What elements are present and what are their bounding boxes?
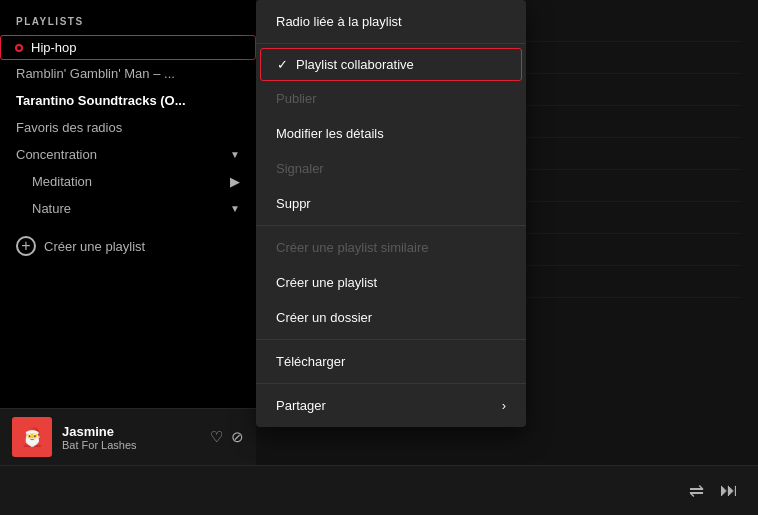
menu-separator-3 (256, 339, 526, 340)
sidebar-item-ramblin[interactable]: Ramblin' Gamblin' Man – ... (0, 60, 256, 87)
menu-similaire-label: Créer une playlist similaire (276, 240, 428, 255)
block-icon[interactable]: ⊘ (231, 428, 244, 446)
menu-item-signaler: Signaler (256, 151, 526, 186)
menu-separator-2 (256, 225, 526, 226)
sidebar: PLAYLISTS Hip-hop Ramblin' Gamblin' Man … (0, 0, 256, 465)
ramblin-label: Ramblin' Gamblin' Man – ... (16, 66, 175, 81)
album-art-emoji: 🎅 (21, 426, 43, 448)
create-playlist-label: Créer une playlist (44, 239, 145, 254)
track-info: Jasmine Bat For Lashes (62, 424, 200, 451)
menu-modifier-label: Modifier les détails (276, 126, 384, 141)
menu-suppr-label: Suppr (276, 196, 311, 211)
menu-item-creer-playlist[interactable]: Créer une playlist (256, 265, 526, 300)
menu-separator-1 (256, 43, 526, 44)
sidebar-item-favoris[interactable]: Favoris des radios (0, 114, 256, 141)
menu-telecharger-label: Télécharger (276, 354, 345, 369)
chevron-down-icon: ▼ (230, 149, 240, 160)
skip-button[interactable]: ⏭ (720, 480, 738, 501)
playlists-section-label: PLAYLISTS (0, 16, 256, 35)
menu-item-partager[interactable]: Partager › (256, 388, 526, 423)
sidebar-item-hip-hop[interactable]: Hip-hop (0, 35, 256, 60)
main-area: PLAYLISTS Hip-hop Ramblin' Gamblin' Man … (0, 0, 758, 465)
sidebar-item-meditation[interactable]: Meditation ▶ (0, 168, 256, 195)
menu-collaborative-label: Playlist collaborative (296, 57, 414, 72)
menu-publier-label: Publier (276, 91, 316, 106)
album-art: 🎅 (12, 417, 52, 457)
dot-icon (15, 44, 23, 52)
menu-item-suppr[interactable]: Suppr (256, 186, 526, 221)
now-playing-bar: 🎅 Jasmine Bat For Lashes ♡ ⊘ (0, 408, 256, 465)
meditation-label: Meditation (32, 174, 92, 189)
track-actions: ♡ ⊘ (210, 428, 244, 446)
menu-radio-label: Radio liée à la playlist (276, 14, 402, 29)
menu-creer-dossier-label: Créer un dossier (276, 310, 372, 325)
shuffle-button[interactable]: ⇌ (689, 480, 704, 502)
app-layout: PLAYLISTS Hip-hop Ramblin' Gamblin' Man … (0, 0, 758, 515)
menu-item-modifier[interactable]: Modifier les détails (256, 116, 526, 151)
menu-item-radio[interactable]: Radio liée à la playlist (256, 4, 526, 39)
hip-hop-label: Hip-hop (31, 40, 77, 55)
check-icon: ✓ (277, 57, 288, 72)
context-menu: Radio liée à la playlist ✓ Playlist coll… (256, 0, 526, 427)
nature-label: Nature (32, 201, 230, 216)
menu-signaler-label: Signaler (276, 161, 324, 176)
track-name: Jasmine (62, 424, 200, 439)
menu-item-creer-dossier[interactable]: Créer un dossier (256, 300, 526, 335)
chevron-down-icon-nature: ▼ (230, 203, 240, 214)
menu-separator-4 (256, 383, 526, 384)
track-artist: Bat For Lashes (62, 439, 200, 451)
add-icon: + (16, 236, 36, 256)
heart-icon[interactable]: ♡ (210, 428, 223, 446)
sidebar-item-tarantino[interactable]: Tarantino Soundtracks (O... (0, 87, 256, 114)
menu-partager-label: Partager (276, 398, 326, 413)
tarantino-label: Tarantino Soundtracks (O... (16, 93, 186, 108)
menu-creer-playlist-label: Créer une playlist (276, 275, 377, 290)
sidebar-item-nature[interactable]: Nature ▼ (0, 195, 256, 222)
concentration-label: Concentration (16, 147, 230, 162)
menu-item-similaire: Créer une playlist similaire (256, 230, 526, 265)
chevron-right-icon: ▶ (230, 174, 240, 189)
favoris-label: Favoris des radios (16, 120, 122, 135)
player-bar: ⇌ ⏭ (0, 465, 758, 515)
create-playlist-button[interactable]: + Créer une playlist (0, 226, 256, 266)
menu-item-collaborative[interactable]: ✓ Playlist collaborative (260, 48, 522, 81)
sidebar-folder-concentration[interactable]: Concentration ▼ (0, 141, 256, 168)
chevron-right-icon-partager: › (502, 398, 506, 413)
menu-item-publier: Publier (256, 81, 526, 116)
menu-item-telecharger[interactable]: Télécharger (256, 344, 526, 379)
